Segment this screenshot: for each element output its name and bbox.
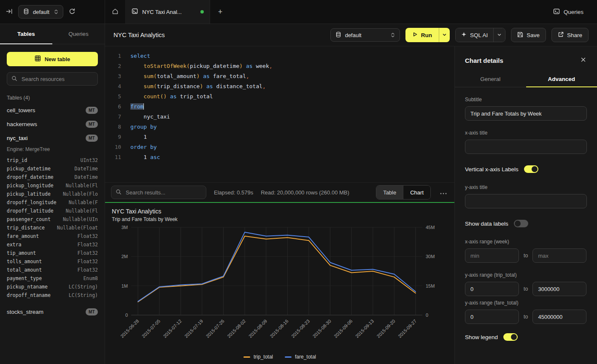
column-row[interactable]: extraFloat32 [0, 240, 105, 249]
code-line: 2 toStartOfWeek(pickup_datetime) as week… [111, 61, 454, 71]
show-data-labels-toggle[interactable] [514, 220, 528, 227]
top-bar: default NYC Taxi Anal... [0, 0, 597, 24]
more-options-button[interactable] [438, 189, 448, 196]
search-icon [116, 189, 122, 196]
sidebar: Tables Queries New table Tables (4) cell… [0, 24, 105, 364]
table-row-nyc-taxi[interactable]: nyc_taxi MT [0, 131, 105, 145]
refresh-button[interactable] [69, 8, 76, 16]
show-legend-row: Show legend [465, 333, 587, 341]
svg-text:2015-08-09: 2015-08-09 [248, 318, 268, 339]
database-selector-top[interactable]: default [18, 5, 63, 19]
legend-item[interactable]: trip_total [243, 354, 273, 360]
show-legend-toggle[interactable] [503, 333, 518, 341]
sql-ai-options-button[interactable] [493, 28, 505, 42]
code-line: 7 nyc_taxi [111, 112, 454, 122]
column-row[interactable]: trip_idUInt32 [0, 156, 105, 164]
column-row[interactable]: payment_typeEnum8 [0, 274, 105, 283]
code-text: sum(total_amount) as fare_total, [130, 71, 249, 81]
panel-tab-general[interactable]: General [455, 71, 526, 87]
y-axis-range-trip-group: y-axis range (trip_total) to [465, 272, 587, 296]
collapse-sidebar-button[interactable] [6, 8, 13, 16]
main: NYC Taxi Analytics default [105, 24, 597, 364]
run-options-button[interactable] [439, 28, 450, 42]
sql-ai-button[interactable]: SQL AI [456, 28, 493, 42]
sql-editor[interactable]: 1select2 toStartOfWeek(pickup_datetime) … [105, 46, 454, 182]
tables-section-label: Tables (4) [7, 95, 98, 101]
y-axis-range-trip-max-input[interactable] [532, 282, 586, 296]
svg-text:2015-06-28: 2015-06-28 [119, 318, 140, 339]
column-row[interactable]: passenger_countNullable(UIn [0, 215, 105, 224]
column-row[interactable]: pickup_longitudeNullable(Fl [0, 181, 105, 190]
view-toggle-table[interactable]: Table [376, 186, 403, 199]
tab-nyc-taxi-analytics[interactable]: NYC Taxi Anal... [126, 0, 210, 24]
new-table-button[interactable]: New table [7, 52, 98, 66]
chart-svg[interactable]: 001M15M2M30M3M45M2015-06-282015-07-05201… [112, 224, 448, 351]
column-row[interactable]: tolls_amountFloat32 [0, 257, 105, 266]
column-row[interactable]: dropoff_ntanameLC(String) [0, 291, 105, 299]
svg-text:2M: 2M [122, 254, 128, 259]
column-row[interactable]: pickup_ntanameLC(String) [0, 283, 105, 291]
results-search-input[interactable] [125, 189, 202, 196]
code-line: 5 count() as trip_total [111, 92, 454, 102]
y-axis-range-fare-group: y-axis range (fare_total) to [465, 300, 587, 324]
to-label: to [524, 314, 528, 320]
x-axis-range-group: x-axis range (week) to [465, 239, 587, 263]
column-name: dropoff_datetime [7, 174, 54, 180]
table-row-stocks-stream[interactable]: stocks_stream MT [0, 305, 105, 319]
y-axis-range-fare-max-input[interactable] [532, 310, 586, 324]
svg-text:0: 0 [426, 313, 428, 318]
database-selector-query[interactable]: default [330, 28, 400, 42]
y-axis-range-trip-min-input[interactable] [465, 282, 519, 296]
save-button[interactable]: Save [511, 28, 546, 42]
column-type: Float32 [78, 259, 98, 264]
column-row[interactable]: total_amountFloat32 [0, 266, 105, 274]
toggle-knob [515, 221, 521, 226]
run-button[interactable]: Run [405, 28, 439, 42]
subtitle-input[interactable] [465, 106, 587, 121]
sidebar-tab-tables[interactable]: Tables [0, 24, 52, 44]
y-axis-range-fare-min-input[interactable] [465, 310, 519, 324]
table-row-hackernews[interactable]: hackernews MT [0, 117, 105, 131]
svg-text:2015-09-06: 2015-09-06 [333, 318, 353, 339]
column-type: Nullable(Fl [66, 208, 98, 214]
tab-home[interactable] [105, 0, 126, 24]
engine-badge: MT [86, 135, 98, 142]
tab-title: NYC Taxi Anal... [142, 9, 196, 15]
column-row[interactable]: dropoff_datetimeDateTime [0, 173, 105, 181]
panel-tab-advanced[interactable]: Advanced [526, 71, 597, 87]
column-row[interactable]: trip_distanceNullable(Float [0, 224, 105, 232]
column-type: DateTime [75, 166, 98, 172]
column-row[interactable]: dropoff_longitudeNullable(F [0, 198, 105, 207]
x-axis-title-input[interactable] [465, 140, 587, 154]
table-row-cell-towers[interactable]: cell_towers MT [0, 103, 105, 117]
queries-button[interactable]: Queries [551, 8, 586, 16]
vertical-x-axis-toggle[interactable] [524, 165, 538, 173]
column-name: dropoff_ntaname [7, 292, 51, 298]
column-name: passenger_count [7, 216, 51, 222]
column-row[interactable]: tip_amountFloat32 [0, 249, 105, 257]
view-toggle-chart[interactable]: Chart [403, 186, 430, 199]
x-axis-range-min-input[interactable] [465, 248, 519, 263]
close-panel-button[interactable] [580, 56, 587, 65]
new-tab-button[interactable]: + [210, 0, 230, 24]
run-label: Run [421, 32, 432, 38]
database-selector-value: default [345, 32, 386, 38]
legend-item[interactable]: fare_total [285, 354, 316, 360]
share-button[interactable]: Share [551, 28, 589, 42]
x-axis-range-max-input[interactable] [532, 248, 586, 263]
code-text: group by [130, 122, 157, 132]
chevron-updown-icon [54, 9, 58, 15]
table-name: stocks_stream [7, 309, 43, 315]
sidebar-tab-queries[interactable]: Queries [52, 24, 105, 44]
column-row[interactable]: dropoff_latitudeNullable(Fl [0, 207, 105, 215]
code-line: 4 sum(trip_distance) as distance_total, [111, 81, 454, 92]
line-number: 9 [111, 132, 121, 142]
engine-badge: MT [86, 121, 98, 128]
sidebar-search-input[interactable] [21, 75, 93, 83]
home-icon [112, 8, 119, 16]
column-row[interactable]: fare_amountFloat32 [0, 232, 105, 240]
column-row[interactable]: pickup_datetimeDateTime [0, 164, 105, 173]
y-axis-title-input[interactable] [465, 194, 587, 208]
main-body: 1select2 toStartOfWeek(pickup_datetime) … [105, 46, 597, 364]
column-row[interactable]: pickup_latitudeNullable(Flo [0, 190, 105, 198]
